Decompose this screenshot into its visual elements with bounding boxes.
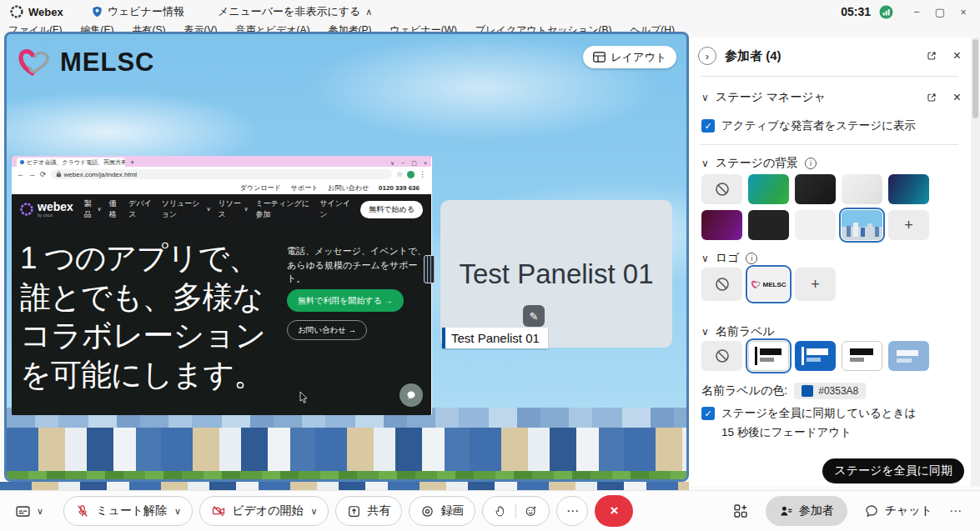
- active-speaker-checkbox[interactable]: ✓: [701, 119, 715, 133]
- apps-button[interactable]: [732, 503, 749, 519]
- new-tab-button[interactable]: +: [130, 158, 134, 167]
- collapse-background-icon[interactable]: ∨: [701, 158, 709, 169]
- name-label-style-4[interactable]: [888, 341, 929, 371]
- collapse-name-label-icon[interactable]: ∨: [701, 326, 709, 338]
- browser-minimize-icon[interactable]: −: [401, 160, 405, 167]
- site-nav-solutions[interactable]: ソリューション∨: [162, 198, 211, 220]
- webex-window: Webex ウェビナー情報 メニューバーを非表示にする ∧ 05:31 − ▢ …: [0, 0, 980, 531]
- browser-menu-icon[interactable]: ⋮: [419, 170, 426, 178]
- start-video-button[interactable]: ビデオの開始 ∨: [199, 496, 329, 526]
- site-nav-devices[interactable]: デバイス: [128, 198, 153, 220]
- logo-none-swatch[interactable]: [701, 268, 742, 301]
- background-swatch-light[interactable]: [842, 174, 882, 204]
- scrollbar-thumb[interactable]: [972, 39, 978, 118]
- minimize-button[interactable]: −: [905, 6, 928, 18]
- site-nav-resources[interactable]: リソース∨: [219, 198, 249, 220]
- participants-toggle-button[interactable]: 参加者: [766, 496, 847, 526]
- browser-dropdown-icon[interactable]: ∨: [390, 160, 395, 167]
- layout-button[interactable]: レイアウト: [583, 46, 676, 68]
- name-label-style-3[interactable]: [842, 341, 882, 371]
- link-contact[interactable]: お問い合わせ: [328, 183, 369, 193]
- site-chat-widget-button[interactable]: [400, 383, 423, 407]
- captions-button[interactable]: ∨: [15, 503, 43, 519]
- hero-primary-cta-button[interactable]: 無料で利用を開始する →: [287, 289, 404, 312]
- add-logo-button[interactable]: +: [795, 268, 836, 301]
- color-swatch: [802, 385, 813, 397]
- sidebar-scrollbar[interactable]: [971, 38, 980, 486]
- background-swatch-dark[interactable]: [795, 174, 836, 204]
- start-video-label: ビデオの開始: [232, 503, 303, 518]
- captions-caret-icon[interactable]: ∨: [37, 506, 43, 517]
- close-panel-icon[interactable]: ×: [953, 48, 961, 63]
- site-hero: 1 つのアプリで、誰とでも、多様なコラボレーションを可能にします。 電話、メッセ…: [12, 224, 431, 415]
- background-swatch-green[interactable]: [748, 174, 789, 204]
- background-swatch-teal[interactable]: [888, 174, 929, 204]
- maximize-button[interactable]: ▢: [928, 6, 952, 18]
- webinar-info-button[interactable]: ウェビナー情報: [92, 4, 184, 19]
- background-swatch-purple[interactable]: [701, 210, 742, 240]
- hero-subtitle: 電話、メッセージ、イベントで、あらゆる規模のチームをサポート。: [287, 244, 427, 286]
- share-button[interactable]: 共有: [335, 496, 402, 526]
- collapse-panel-button[interactable]: ›: [698, 47, 716, 65]
- background-swatch-black[interactable]: [748, 210, 789, 240]
- name-label-color-picker[interactable]: #0353A8: [794, 383, 866, 399]
- panelist-video-tile[interactable]: Test Panelist 01 ✎: [440, 200, 672, 348]
- sync-stage-button[interactable]: ステージを全員に同期: [822, 458, 964, 483]
- site-nav-pricing[interactable]: 価格: [109, 198, 122, 220]
- reactions-button[interactable]: [525, 504, 538, 518]
- forward-icon[interactable]: →: [28, 170, 36, 178]
- popout-stage-manager-icon[interactable]: [926, 92, 937, 103]
- site-join-meeting-link[interactable]: ミーティングに参加: [256, 198, 313, 220]
- collapse-stage-manager-icon[interactable]: ∨: [701, 92, 709, 103]
- add-background-button[interactable]: +: [888, 210, 929, 240]
- more-panels-button[interactable]: ⋯: [949, 503, 962, 518]
- leave-webinar-button[interactable]: ×: [595, 495, 633, 527]
- background-none-swatch[interactable]: [701, 174, 742, 204]
- link-download[interactable]: ダウンロード: [240, 183, 281, 193]
- melsc-heart-icon: [18, 48, 53, 78]
- name-label-none-swatch[interactable]: [701, 341, 742, 371]
- hero-secondary-cta-button[interactable]: お問い合わせ →: [287, 320, 367, 340]
- reload-icon[interactable]: ⟳: [40, 170, 47, 178]
- popout-panel-icon[interactable]: [926, 50, 937, 62]
- browser-profile-avatar[interactable]: [407, 171, 415, 178]
- url-field[interactable]: webex.com/ja/index.html: [51, 169, 392, 179]
- site-brand-sub: by cisco: [38, 213, 73, 218]
- back-icon[interactable]: ←: [17, 170, 24, 178]
- name-label-style-2[interactable]: [795, 341, 836, 371]
- chevron-down-icon: ∨: [206, 206, 210, 213]
- background-swatch-city-selected[interactable]: [842, 210, 882, 240]
- browser-close-icon[interactable]: ×: [424, 160, 427, 167]
- melsc-heart-icon: [751, 280, 761, 289]
- sync-fadeout-label-line1: ステージを全員に同期しているときは: [721, 406, 916, 421]
- background-swatch-white[interactable]: [795, 210, 836, 240]
- link-support[interactable]: サポート: [291, 183, 319, 193]
- unmute-button[interactable]: ミュート解除 ∨: [63, 496, 193, 526]
- color-value: #0353A8: [818, 385, 858, 397]
- stage-resize-handle[interactable]: [424, 255, 435, 283]
- raise-hand-icon[interactable]: [494, 504, 507, 518]
- site-header-cta-button[interactable]: 無料で始める: [360, 201, 423, 218]
- unmute-caret-icon[interactable]: ∨: [174, 506, 181, 517]
- edit-name-label-button[interactable]: ✎: [523, 305, 545, 327]
- close-window-button[interactable]: ×: [952, 6, 975, 18]
- collapse-logo-icon[interactable]: ∨: [701, 253, 709, 264]
- star-icon[interactable]: ☆: [396, 170, 403, 178]
- logo-info-icon[interactable]: i: [746, 253, 757, 264]
- name-label-style-1-selected[interactable]: [748, 341, 789, 371]
- site-signin-link[interactable]: サインイン: [319, 198, 351, 220]
- site-nav-products[interactable]: 製品∨: [84, 198, 102, 220]
- record-icon: [420, 504, 435, 518]
- close-stage-manager-icon[interactable]: ×: [953, 90, 961, 105]
- start-video-caret-icon[interactable]: ∨: [310, 506, 317, 517]
- browser-maximize-icon[interactable]: ▢: [411, 160, 417, 167]
- sync-fadeout-checkbox[interactable]: ✓: [701, 407, 715, 420]
- logo-swatch-melsc-selected[interactable]: MELSC: [748, 268, 789, 301]
- browser-tab[interactable]: ビデオ会議、クラウド電話、画面共有 ×: [17, 158, 125, 167]
- more-options-button[interactable]: ⋯: [556, 496, 588, 526]
- connection-quality-icon: [879, 5, 893, 19]
- background-info-icon[interactable]: i: [805, 158, 817, 169]
- chat-toggle-button[interactable]: チャット: [864, 503, 932, 518]
- record-button[interactable]: 録画: [409, 496, 475, 526]
- hide-menubar-button[interactable]: メニューバーを非表示にする ∧: [218, 4, 373, 19]
